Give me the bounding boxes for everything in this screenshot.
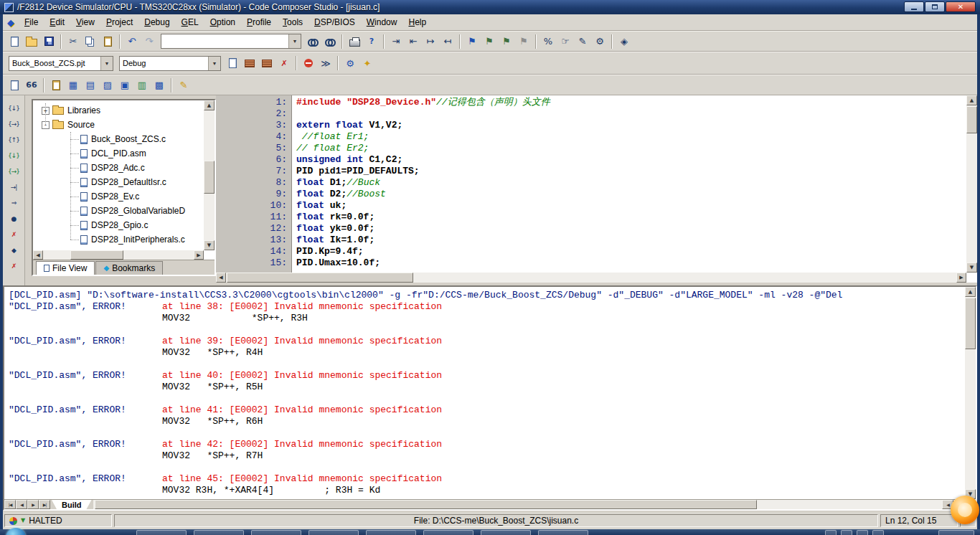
- remove-all-breakpoints-button[interactable]: ✗: [5, 227, 22, 242]
- menu-debug[interactable]: Debug: [138, 15, 175, 29]
- build-error-line[interactable]: "DCL_PID.asm", ERROR!at line 39: [E0002]…: [9, 336, 965, 347]
- find-in-files-button[interactable]: [321, 34, 339, 49]
- tree-scrollbar-thumb[interactable]: [204, 161, 215, 194]
- tree-node-dcl-pid-asm[interactable]: DCL_PID.asm: [33, 146, 204, 161]
- taskbar-window-button[interactable]: [423, 530, 473, 535]
- build-error-line[interactable]: "DCL_PID.asm", ERROR!at line 38: [E0002]…: [9, 301, 965, 313]
- menu-profile[interactable]: Profile: [241, 15, 277, 29]
- taskbar-tray-item[interactable]: [825, 530, 837, 535]
- tree-node-buck-boost-zcs-c[interactable]: Buck_Boost_ZCS.c: [33, 132, 204, 146]
- build-error-line[interactable]: "DCL_PID.asm", ERROR!at line 40: [E0002]…: [9, 370, 965, 382]
- code-line[interactable]: float uk;: [296, 200, 966, 212]
- menu-gel[interactable]: GEL: [176, 15, 204, 29]
- line-number[interactable]: 3:: [216, 120, 287, 131]
- outdent-button[interactable]: ⇤: [405, 34, 422, 49]
- taskbar-tray-item[interactable]: [857, 530, 868, 535]
- editor-vertical-scrollbar[interactable]: ▲ ▼: [966, 95, 977, 273]
- select-tool-button[interactable]: ☞: [557, 34, 574, 49]
- tree-node-libraries[interactable]: +Libraries: [33, 103, 204, 118]
- start-orb[interactable]: [6, 528, 26, 535]
- maximize-button[interactable]: [925, 1, 945, 12]
- next-bookmark-button[interactable]: ⚑: [481, 34, 498, 49]
- image-window-button[interactable]: ▣: [116, 77, 133, 93]
- build-scrollbar-thumb[interactable]: [965, 298, 976, 349]
- editor-horizontal-scrollbar[interactable]: ◀ ▶: [216, 273, 966, 283]
- code-line[interactable]: [296, 108, 966, 120]
- editor-scrollbar-thumb[interactable]: [966, 106, 977, 133]
- code-line[interactable]: float rk=0.0f;: [296, 212, 966, 223]
- line-number[interactable]: 6:: [216, 154, 287, 166]
- compile-file-button[interactable]: [224, 55, 241, 71]
- build-all-button[interactable]: [258, 55, 275, 71]
- code-line[interactable]: unsigned int C1,C2;: [296, 154, 966, 166]
- line-number[interactable]: 14:: [216, 246, 287, 257]
- menu-dsp-bios[interactable]: DSP/BIOS: [308, 15, 361, 29]
- undo-button[interactable]: ↶: [123, 34, 141, 49]
- new-file-button[interactable]: [6, 34, 23, 49]
- find-next-button[interactable]: [304, 34, 321, 49]
- build-config-combobox[interactable]: Debug ▼: [119, 56, 221, 71]
- paste-button[interactable]: [99, 34, 116, 49]
- menu-tools[interactable]: Tools: [277, 15, 308, 29]
- tab-build[interactable]: Build: [52, 500, 92, 509]
- scroll-up-arrow[interactable]: ▲: [966, 95, 977, 105]
- floating-ball-overlay[interactable]: [951, 496, 979, 524]
- chevron-down-icon[interactable]: ▼: [100, 57, 113, 70]
- set-pc-to-cursor-button[interactable]: ⇒: [5, 195, 22, 211]
- line-number-gutter[interactable]: 1:2:3:4:5:6:7:8:9:10:11:12:13:14:15:: [216, 95, 292, 273]
- external-tool-button[interactable]: ◈: [616, 34, 633, 49]
- scroll-down-arrow[interactable]: ▼: [966, 262, 977, 273]
- tab-bookmarks[interactable]: ◆Bookmarks: [95, 261, 163, 275]
- tree-horizontal-scrollbar[interactable]: ◀ ▶: [33, 250, 204, 260]
- save-file-button[interactable]: [40, 34, 57, 49]
- tree-hscrollbar-thumb[interactable]: [70, 250, 123, 260]
- register-window-button[interactable]: ▦: [65, 77, 82, 93]
- tree-node-dsp28-gpio-c[interactable]: DSP28_Gpio.c: [33, 218, 204, 232]
- menu-help[interactable]: Help: [402, 15, 432, 29]
- menu-file[interactable]: File: [19, 15, 44, 29]
- taskbar-window-button[interactable]: [308, 530, 359, 535]
- line-number[interactable]: 5:: [216, 143, 287, 154]
- menu-option[interactable]: Option: [204, 15, 241, 29]
- memory-window-button[interactable]: [47, 77, 65, 93]
- scroll-right-arrow[interactable]: ▶: [194, 250, 204, 260]
- open-file-button[interactable]: [23, 34, 40, 49]
- build-settings-button[interactable]: ⚙: [341, 55, 359, 71]
- profile-viewer-button[interactable]: ▥: [133, 77, 151, 93]
- build-hscrollbar-thumb[interactable]: [95, 500, 757, 509]
- line-number[interactable]: 15:: [216, 257, 287, 269]
- code-line[interactable]: //float Er1;: [296, 131, 966, 143]
- help-button[interactable]: ?: [363, 34, 380, 49]
- build-output-text[interactable]: [DCL_PID.asm] "D:\software-install\CCS3.…: [4, 287, 965, 499]
- taskbar-window-button[interactable]: [481, 530, 531, 535]
- step-out-button[interactable]: {↑}: [5, 132, 22, 148]
- redo-button[interactable]: ↷: [141, 34, 158, 49]
- stop-build-button[interactable]: ✗: [275, 55, 293, 71]
- scroll-up-arrow[interactable]: ▲: [204, 100, 215, 110]
- run-to-cursor-button[interactable]: →|: [5, 179, 22, 195]
- copy-button[interactable]: [82, 34, 99, 49]
- code-line[interactable]: PID.Umax=10.0f;: [296, 257, 966, 269]
- taskbar-window-button[interactable]: [251, 530, 301, 535]
- prev-tab-button[interactable]: ◀: [16, 500, 27, 509]
- taskbar-window-button[interactable]: [194, 530, 244, 535]
- menu-view[interactable]: View: [70, 15, 100, 29]
- scroll-left-arrow[interactable]: ◀: [33, 250, 43, 260]
- scroll-left-arrow[interactable]: ◀: [216, 273, 226, 283]
- incremental-build-button[interactable]: [241, 55, 258, 71]
- line-number[interactable]: 13:: [216, 235, 287, 246]
- tree-node-dsp28-globalvariabled[interactable]: DSP28_GlobalVariableD: [33, 204, 204, 218]
- print-button[interactable]: [346, 34, 363, 49]
- line-number[interactable]: 12:: [216, 223, 287, 235]
- clear-bookmarks-button[interactable]: ⚑: [515, 34, 532, 49]
- graph-window-button[interactable]: ▨: [99, 77, 116, 93]
- code-line[interactable]: float yk=0.0f;: [296, 223, 966, 235]
- probe-point-button[interactable]: ✎: [175, 77, 192, 93]
- code-line[interactable]: float Ik=1.0f;: [296, 235, 966, 246]
- taskbar-tray-item[interactable]: [841, 530, 852, 535]
- taskbar-window-button[interactable]: [366, 530, 416, 535]
- profiler-key-button[interactable]: ✦: [359, 55, 376, 71]
- close-button[interactable]: ✕: [946, 1, 976, 12]
- edit-tool-button[interactable]: ✎: [574, 34, 591, 49]
- build-error-line[interactable]: "DCL_PID.asm", ERROR!at line 42: [E0002]…: [9, 439, 965, 450]
